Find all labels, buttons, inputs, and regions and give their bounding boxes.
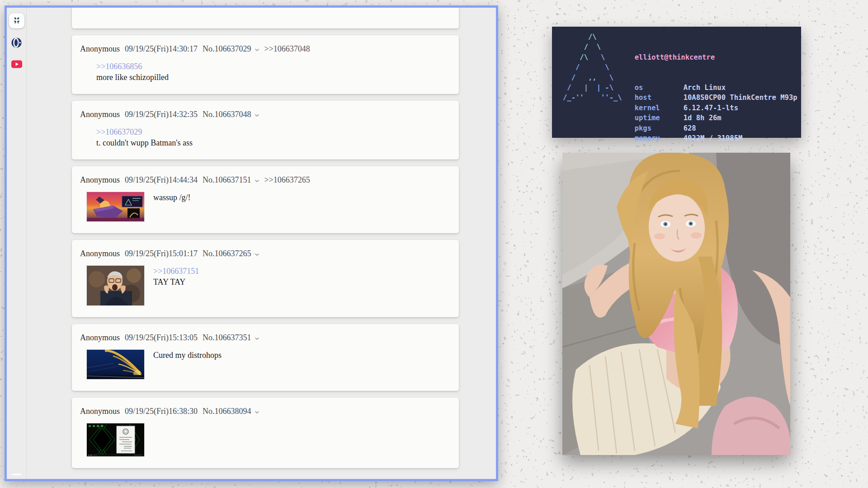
post-card: Anonymous 09/19/25(Fri)14:32:35 No.10663…: [72, 101, 459, 160]
post-body: wassup /g/!: [153, 192, 191, 221]
chevron-down-icon[interactable]: [255, 114, 259, 117]
post-number[interactable]: No.106638094: [203, 407, 251, 416]
post-author: Anonymous: [80, 175, 120, 185]
post-author: Anonymous: [80, 249, 120, 258]
post-header: Anonymous 09/19/25(Fri)15:01:17 No.10663…: [80, 249, 448, 258]
terminal-window[interactable]: /\ / \ /\ \ / \ / ,, \ / | | -\/_-'' ''-…: [552, 27, 801, 138]
post-content: Cured my distrohops: [80, 350, 448, 379]
post-timestamp: 09/19/25(Fri)14:32:35: [125, 110, 198, 119]
post-timestamp: 09/19/25(Fri)15:13:05: [125, 333, 198, 343]
post-text: more like schizopilled: [96, 73, 169, 82]
fetch-label: kernel: [635, 103, 684, 113]
post-timestamp: 09/19/25(Fri)15:01:17: [125, 249, 198, 258]
post-body: Cured my distrohops: [153, 350, 222, 379]
fetch-value: 10A8S0CP00 ThinkCentre M93p: [684, 93, 797, 103]
post-card: Anonymous 09/19/25(Fri)15:01:17 No.10663…: [72, 240, 459, 317]
youtube-icon: [11, 60, 23, 69]
post-content: >>106637151 TAY TAY: [80, 266, 448, 305]
post-text: TAY TAY: [153, 277, 199, 287]
post-header: Anonymous 09/19/25(Fri)14:32:35 No.10663…: [80, 110, 448, 119]
post-header: Anonymous 09/19/25(Fri)16:38:30 No.10663…: [80, 407, 448, 416]
thumbnail-timcook: [87, 266, 144, 305]
post-content: [80, 423, 448, 456]
fetch-label: os: [635, 83, 684, 93]
thread-pane: based and Wheatiespilled Anonymous 09/19…: [27, 8, 496, 479]
post-author: Anonymous: [80, 44, 120, 54]
post-number[interactable]: No.106637151: [203, 175, 251, 185]
post-list: Anonymous 09/19/25(Fri)14:30:17 No.10663…: [72, 35, 458, 468]
fetch-label: uptime: [635, 113, 684, 123]
tab-fourchan[interactable]: [9, 13, 24, 28]
post-timestamp: 09/19/25(Fri)14:30:17: [125, 44, 198, 54]
post-author: Anonymous: [80, 407, 120, 416]
quote-link[interactable]: >>106637029: [96, 127, 193, 137]
fetch-rows: osArch Linuxhost10A8S0CP00 ThinkCentre M…: [635, 83, 797, 143]
fetch-label: memory: [635, 133, 684, 143]
chevron-down-icon[interactable]: [255, 48, 259, 52]
post-body: >>106637029 t. couldn't wupp Batman's as…: [96, 127, 193, 148]
post-card: Anonymous 09/19/25(Fri)14:30:17 No.10663…: [72, 35, 459, 94]
fetch-output: /\ / \ /\ \ / \ / ,, \ / | | -\/_-'' ''-…: [563, 32, 793, 164]
post-backlink[interactable]: >>106637048: [264, 44, 310, 54]
post-header: Anonymous 09/19/25(Fri)14:30:17 No.10663…: [80, 44, 448, 54]
tabbar-handle[interactable]: [11, 474, 21, 475]
image-viewer-window[interactable]: [562, 153, 790, 455]
chevron-down-icon[interactable]: [255, 179, 259, 183]
chevron-down-icon[interactable]: [255, 411, 259, 414]
fetch-value: Arch Linux: [684, 83, 726, 93]
post-text: t. couldn't wupp Batman's ass: [96, 138, 193, 148]
thumbnail-highway: [87, 350, 144, 379]
post-card: Anonymous 09/19/25(Fri)16:38:30 No.10663…: [72, 398, 459, 468]
fetch-value: 628: [684, 123, 696, 133]
tab-globe-site[interactable]: [9, 35, 24, 50]
quote-link[interactable]: >>106637151: [153, 267, 199, 276]
post-body: >>106637151 TAY TAY: [153, 266, 199, 305]
post-card: Anonymous 09/19/25(Fri)14:44:34 No.10663…: [72, 166, 459, 233]
tab-youtube[interactable]: [9, 56, 24, 72]
fetch-label: pkgs: [635, 123, 684, 133]
post-content: >>106637029 t. couldn't wupp Batman's as…: [80, 127, 448, 148]
thumbnail-terminal-screenshot: [87, 423, 144, 456]
post-text: wassup /g/!: [153, 193, 191, 202]
fetch-info: elliott@thinkcentre osArch Linuxhost10A8…: [635, 32, 797, 164]
fetch-label: host: [635, 93, 684, 103]
post-author: Anonymous: [80, 110, 120, 119]
photo-selfie: [562, 153, 790, 455]
post-number[interactable]: No.106637265: [203, 249, 251, 258]
post-card-partial: based and Wheatiespilled: [72, 8, 459, 28]
post-timestamp: 09/19/25(Fri)14:44:34: [125, 175, 198, 185]
globe-icon: [11, 37, 22, 48]
post-timestamp: 09/19/25(Fri)16:38:30: [125, 407, 198, 416]
post-card: Anonymous 09/19/25(Fri)15:13:05 No.10663…: [72, 324, 459, 391]
post-content: >>106636856 more like schizopilled: [80, 61, 448, 82]
vertical-tab-bar: [7, 8, 27, 479]
chevron-down-icon[interactable]: [255, 253, 259, 256]
browser-window: based and Wheatiespilled Anonymous 09/19…: [5, 5, 498, 481]
post-backlink[interactable]: >>106637265: [264, 175, 310, 185]
post-number[interactable]: No.106637029: [203, 44, 251, 54]
post-thumbnail[interactable]: [87, 350, 144, 379]
fetch-user-host: elliott@thinkcentre: [635, 52, 797, 62]
post-author: Anonymous: [80, 333, 120, 343]
quote-link[interactable]: >>106636856: [96, 62, 169, 71]
clover-icon: [11, 15, 22, 26]
fetch-value: 6.12.47-1-lts: [684, 103, 738, 113]
post-content: wassup /g/!: [80, 192, 448, 221]
thumbnail-vaporwave: [87, 192, 144, 221]
post-thumbnail[interactable]: [87, 423, 144, 456]
post-thumbnail[interactable]: [87, 192, 144, 221]
arch-linux-logo: /\ / \ /\ \ / \ / ,, \ / | | -\/_-'' ''-…: [563, 32, 622, 164]
post-header: Anonymous 09/19/25(Fri)14:44:34 No.10663…: [80, 175, 448, 185]
post-number[interactable]: No.106637048: [203, 110, 251, 119]
post-header: Anonymous 09/19/25(Fri)15:13:05 No.10663…: [80, 333, 448, 343]
fetch-value: 1d 8h 26m: [684, 113, 722, 123]
post-body: >>106636856 more like schizopilled: [96, 61, 169, 82]
post-thumbnail[interactable]: [87, 266, 144, 305]
post-text: Cured my distrohops: [153, 351, 222, 360]
fetch-value: 4022M / 31985M: [684, 133, 743, 143]
chevron-down-icon[interactable]: [255, 337, 259, 340]
post-number[interactable]: No.106637351: [203, 333, 251, 343]
